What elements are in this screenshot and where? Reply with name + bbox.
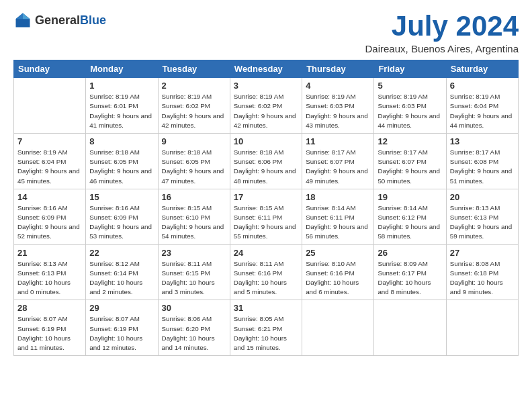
day-cell: 6Sunrise: 8:19 AMSunset: 6:04 PMDaylight… [446, 78, 518, 134]
header: GeneralBlue July 2024 Daireaux, Buenos A… [13, 11, 519, 54]
weekday-header-sunday: Sunday [14, 60, 86, 78]
day-cell: 14Sunrise: 8:16 AMSunset: 6:09 PMDayligh… [14, 189, 86, 244]
day-info: Sunrise: 8:18 AMSunset: 6:05 PMDaylight:… [162, 148, 226, 186]
day-info: Sunrise: 8:06 AMSunset: 6:20 PMDaylight:… [162, 314, 226, 353]
day-info: Sunrise: 8:19 AMSunset: 6:03 PMDaylight:… [306, 92, 370, 130]
logo-text-blue: Blue [80, 13, 106, 27]
day-info: Sunrise: 8:11 AMSunset: 6:15 PMDaylight:… [162, 259, 226, 298]
page-container: GeneralBlue July 2024 Daireaux, Buenos A… [13, 11, 519, 356]
day-cell: 18Sunrise: 8:14 AMSunset: 6:11 PMDayligh… [302, 189, 374, 244]
svg-marker-2 [16, 13, 24, 19]
day-info: Sunrise: 8:14 AMSunset: 6:12 PMDaylight:… [378, 203, 442, 242]
day-cell: 26Sunrise: 8:09 AMSunset: 6:17 PMDayligh… [374, 244, 446, 300]
day-cell: 31Sunrise: 8:05 AMSunset: 6:21 PMDayligh… [230, 300, 302, 356]
day-info: Sunrise: 8:19 AMSunset: 6:02 PMDaylight:… [234, 92, 298, 130]
day-cell: 16Sunrise: 8:15 AMSunset: 6:10 PMDayligh… [158, 189, 230, 244]
weekday-header-row: SundayMondayTuesdayWednesdayThursdayFrid… [14, 60, 519, 78]
day-info: Sunrise: 8:18 AMSunset: 6:06 PMDaylight:… [234, 148, 298, 186]
svg-marker-1 [23, 13, 30, 19]
day-cell: 27Sunrise: 8:08 AMSunset: 6:18 PMDayligh… [446, 244, 518, 300]
day-cell: 5Sunrise: 8:19 AMSunset: 6:03 PMDaylight… [374, 78, 446, 134]
day-cell [302, 300, 374, 356]
day-cell: 15Sunrise: 8:16 AMSunset: 6:09 PMDayligh… [86, 189, 158, 244]
week-row-5: 28Sunrise: 8:07 AMSunset: 6:19 PMDayligh… [14, 300, 519, 356]
day-info: Sunrise: 8:07 AMSunset: 6:19 PMDaylight:… [17, 314, 82, 353]
day-number: 14 [17, 192, 82, 202]
day-cell: 4Sunrise: 8:19 AMSunset: 6:03 PMDaylight… [302, 78, 374, 134]
day-cell: 23Sunrise: 8:11 AMSunset: 6:15 PMDayligh… [158, 244, 230, 300]
logo-icon [13, 11, 32, 30]
day-number: 5 [378, 81, 442, 91]
day-number: 18 [306, 192, 370, 202]
day-number: 26 [378, 248, 442, 258]
day-number: 2 [162, 81, 226, 91]
weekday-header-wednesday: Wednesday [230, 60, 302, 78]
day-number: 28 [17, 303, 82, 313]
weekday-header-thursday: Thursday [302, 60, 374, 78]
day-number: 23 [162, 248, 226, 258]
day-number: 22 [89, 248, 154, 258]
day-cell [374, 300, 446, 356]
day-number: 17 [234, 192, 298, 202]
day-number: 25 [306, 248, 370, 258]
weekday-header-saturday: Saturday [446, 60, 518, 78]
day-cell: 12Sunrise: 8:17 AMSunset: 6:07 PMDayligh… [374, 134, 446, 189]
day-cell: 28Sunrise: 8:07 AMSunset: 6:19 PMDayligh… [14, 300, 86, 356]
day-number: 7 [17, 136, 82, 146]
day-info: Sunrise: 8:07 AMSunset: 6:19 PMDaylight:… [89, 314, 154, 353]
day-cell: 10Sunrise: 8:18 AMSunset: 6:06 PMDayligh… [230, 134, 302, 189]
day-cell: 22Sunrise: 8:12 AMSunset: 6:14 PMDayligh… [86, 244, 158, 300]
day-number: 30 [162, 303, 226, 313]
day-info: Sunrise: 8:19 AMSunset: 6:03 PMDaylight:… [378, 92, 442, 130]
day-number: 4 [306, 81, 370, 91]
month-title: July 2024 [365, 11, 519, 42]
day-cell: 30Sunrise: 8:06 AMSunset: 6:20 PMDayligh… [158, 300, 230, 356]
day-info: Sunrise: 8:13 AMSunset: 6:13 PMDaylight:… [17, 259, 82, 298]
day-number: 6 [450, 81, 515, 91]
week-row-1: 1Sunrise: 8:19 AMSunset: 6:01 PMDaylight… [14, 78, 519, 134]
day-number: 20 [450, 192, 515, 202]
day-number: 29 [89, 303, 154, 313]
day-number: 31 [234, 303, 298, 313]
day-cell: 9Sunrise: 8:18 AMSunset: 6:05 PMDaylight… [158, 134, 230, 189]
day-info: Sunrise: 8:19 AMSunset: 6:04 PMDaylight:… [17, 148, 82, 186]
day-info: Sunrise: 8:17 AMSunset: 6:07 PMDaylight:… [378, 148, 442, 186]
weekday-header-friday: Friday [374, 60, 446, 78]
day-cell [14, 78, 86, 134]
day-number: 21 [17, 248, 82, 258]
day-info: Sunrise: 8:08 AMSunset: 6:18 PMDaylight:… [450, 259, 515, 298]
day-number: 27 [450, 248, 515, 258]
day-number: 24 [234, 248, 298, 258]
day-info: Sunrise: 8:10 AMSunset: 6:16 PMDaylight:… [306, 259, 370, 298]
day-cell: 2Sunrise: 8:19 AMSunset: 6:02 PMDaylight… [158, 78, 230, 134]
calendar-table: SundayMondayTuesdayWednesdayThursdayFrid… [13, 60, 519, 356]
day-info: Sunrise: 8:16 AMSunset: 6:09 PMDaylight:… [17, 203, 82, 242]
location: Daireaux, Buenos Aires, Argentina [365, 43, 519, 54]
day-number: 8 [89, 136, 154, 146]
day-info: Sunrise: 8:15 AMSunset: 6:11 PMDaylight:… [234, 203, 298, 242]
day-number: 11 [306, 136, 370, 146]
day-info: Sunrise: 8:19 AMSunset: 6:04 PMDaylight:… [450, 92, 515, 130]
day-cell: 1Sunrise: 8:19 AMSunset: 6:01 PMDaylight… [86, 78, 158, 134]
day-info: Sunrise: 8:18 AMSunset: 6:05 PMDaylight:… [89, 148, 154, 186]
day-info: Sunrise: 8:05 AMSunset: 6:21 PMDaylight:… [234, 314, 298, 353]
day-cell: 17Sunrise: 8:15 AMSunset: 6:11 PMDayligh… [230, 189, 302, 244]
day-number: 16 [162, 192, 226, 202]
logo-text-general: General [35, 13, 80, 27]
day-cell [446, 300, 518, 356]
day-number: 13 [450, 136, 515, 146]
week-row-3: 14Sunrise: 8:16 AMSunset: 6:09 PMDayligh… [14, 189, 519, 244]
day-info: Sunrise: 8:14 AMSunset: 6:11 PMDaylight:… [306, 203, 370, 242]
title-block: July 2024 Daireaux, Buenos Aires, Argent… [365, 11, 519, 54]
day-cell: 19Sunrise: 8:14 AMSunset: 6:12 PMDayligh… [374, 189, 446, 244]
weekday-header-monday: Monday [86, 60, 158, 78]
day-info: Sunrise: 8:17 AMSunset: 6:08 PMDaylight:… [450, 148, 515, 186]
day-number: 15 [89, 192, 154, 202]
day-cell: 3Sunrise: 8:19 AMSunset: 6:02 PMDaylight… [230, 78, 302, 134]
day-info: Sunrise: 8:17 AMSunset: 6:07 PMDaylight:… [306, 148, 370, 186]
day-cell: 20Sunrise: 8:13 AMSunset: 6:13 PMDayligh… [446, 189, 518, 244]
day-cell: 24Sunrise: 8:11 AMSunset: 6:16 PMDayligh… [230, 244, 302, 300]
day-number: 1 [89, 81, 154, 91]
day-cell: 25Sunrise: 8:10 AMSunset: 6:16 PMDayligh… [302, 244, 374, 300]
day-info: Sunrise: 8:11 AMSunset: 6:16 PMDaylight:… [234, 259, 298, 298]
